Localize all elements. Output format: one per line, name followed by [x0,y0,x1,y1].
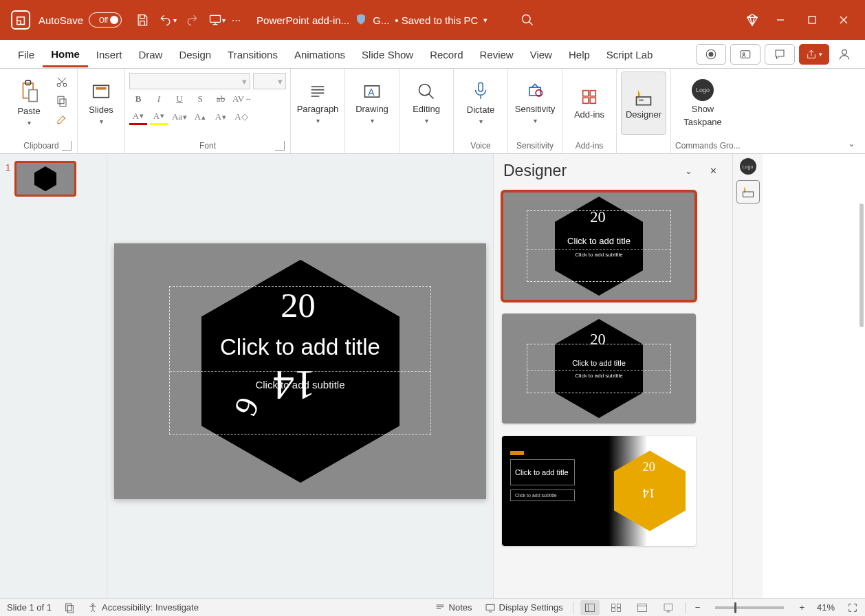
ribbon-collapse-icon[interactable]: ⌄ [843,137,859,149]
reading-view-icon[interactable] [633,600,652,615]
spacing-button[interactable]: AV↔ [232,91,252,107]
account-button[interactable] [833,44,855,65]
tab-transitions[interactable]: Transitions [219,42,286,66]
thumbnail-item[interactable]: 1 [6,161,101,197]
paste-button[interactable]: Paste▾ [10,72,48,135]
record-button[interactable] [696,44,726,65]
ribbon: Paste▾ Clipboard Slides▾ ▾ ▾ B [0,69,865,154]
window-maximize[interactable] [796,4,828,36]
fit-to-window-icon[interactable] [844,602,861,613]
language-icon[interactable] [61,602,78,613]
italic-button[interactable]: I [150,91,168,107]
window-minimize[interactable] [765,4,796,36]
tab-file[interactable]: File [10,42,43,66]
designer-close-icon[interactable]: ✕ [703,161,723,180]
shield-icon[interactable] [355,13,367,28]
tab-record[interactable]: Record [421,42,471,66]
tab-animations[interactable]: Animations [286,42,353,66]
search-icon[interactable] [515,8,540,32]
editing-button[interactable]: Editing▾ [404,72,449,135]
powerpoint-app-icon[interactable]: ◱ [11,10,30,30]
font-launcher[interactable] [275,141,285,151]
present-icon[interactable]: ▾ [204,8,229,32]
zoom-out[interactable]: − [692,602,703,613]
title-text[interactable]: Click to add title [170,323,430,372]
save-icon[interactable] [130,8,155,32]
design-suggestion-1[interactable]: 20 Click to add titleClick to add subtit… [502,191,696,301]
strike-button[interactable]: ab [212,91,230,107]
tab-design[interactable]: Design [171,42,219,66]
diamond-icon[interactable] [740,8,765,32]
grow-font-button[interactable]: A▴ [191,109,209,125]
svg-rect-28 [639,99,644,100]
zoom-slider[interactable] [715,606,784,609]
slideshow-view-icon[interactable] [659,600,678,615]
tab-home[interactable]: Home [43,41,88,67]
subtitle-text[interactable]: Click to add subtitle [255,372,344,397]
font-color-button[interactable]: A▾ [129,109,147,125]
addin-text: PowerPoint add-in... [256,14,349,26]
designer-button[interactable]: Designer [621,72,666,135]
tab-view[interactable]: View [522,42,560,66]
bold-button[interactable]: B [129,91,147,107]
autosave[interactable]: AutoSave Off [39,12,122,28]
designer-rail-icon[interactable] [736,180,760,204]
comments-button[interactable] [765,44,795,65]
title-placeholder[interactable]: Click to add title Click to add subtitle [169,286,431,434]
saved-chevron-icon[interactable]: ▾ [483,16,488,25]
clear-format-button[interactable]: A◇ [232,109,250,125]
font-size-select[interactable]: ▾ [253,73,286,89]
share-button[interactable]: ▾ [799,44,829,65]
tab-review[interactable]: Review [472,42,522,66]
highlight-button[interactable]: A▾ [150,109,168,125]
tab-draw[interactable]: Draw [130,42,171,66]
teams-button[interactable] [730,44,760,65]
design-suggestion-3[interactable]: 2014 Click to add title Click to add sub… [502,436,696,546]
tab-scriptlab[interactable]: Script Lab [598,42,661,66]
underline-button[interactable]: U [171,91,188,107]
addins-button[interactable]: Add-ins [567,72,612,135]
slide-counter[interactable]: Slide 1 of 1 [4,602,54,613]
designer-scrollbar[interactable] [859,204,864,327]
tab-slideshow[interactable]: Slide Show [353,42,421,66]
svg-rect-62 [585,604,588,611]
show-taskpane-button[interactable]: Logo ShowTaskpane [675,72,730,135]
font-family-select[interactable]: ▾ [129,73,250,89]
autosave-toggle[interactable]: Off [89,12,122,28]
shadow-button[interactable]: S [191,91,209,107]
format-painter-icon[interactable] [52,113,72,128]
qat-more-icon[interactable]: ⋯ [229,8,243,32]
statusbar: Slide 1 of 1 Accessibility: Investigate … [0,598,865,616]
display-settings[interactable]: Display Settings [482,602,566,613]
sorter-view-icon[interactable] [606,600,626,615]
slides-button[interactable]: Slides▾ [82,72,120,135]
designer-collapse-icon[interactable]: ⌄ [679,161,698,180]
change-case-button[interactable]: Aa▾ [171,109,188,125]
thumbnail-1[interactable] [14,161,76,197]
undo-icon[interactable]: ▾ [155,8,179,32]
svg-point-19 [419,85,430,96]
cut-icon[interactable] [52,74,72,89]
copy-icon[interactable] [52,94,72,109]
normal-view-icon[interactable] [580,600,600,615]
dictate-button[interactable]: Dictate▾ [458,72,503,135]
shrink-font-button[interactable]: A▾ [212,109,230,125]
notes-button[interactable]: Notes [432,602,475,613]
window-close[interactable] [828,4,859,36]
slide[interactable]: 20 14 6 Click to add title Click to add … [114,243,486,499]
accessibility-status[interactable]: Accessibility: Investigate [85,602,201,613]
addins-label: Add-ins [567,140,612,152]
tab-insert[interactable]: Insert [88,42,131,66]
slide-canvas[interactable]: 20 14 6 Click to add title Click to add … [107,154,493,598]
drawing-button[interactable]: A Drawing▾ [349,72,395,135]
design-suggestion-2[interactable]: 20 Click to add titleClick to add subtit… [502,314,696,424]
sensitivity-button[interactable]: Sensitivity▾ [512,72,558,135]
tab-help[interactable]: Help [560,42,598,66]
clipboard-launcher[interactable] [62,141,72,151]
addin-logo-icon[interactable]: Logo [740,158,756,175]
paragraph-button[interactable]: Paragraph▾ [295,72,340,135]
svg-point-1 [523,15,531,23]
zoom-in[interactable]: + [796,602,807,613]
redo-icon[interactable] [179,8,204,32]
zoom-level[interactable]: 41% [814,602,837,613]
